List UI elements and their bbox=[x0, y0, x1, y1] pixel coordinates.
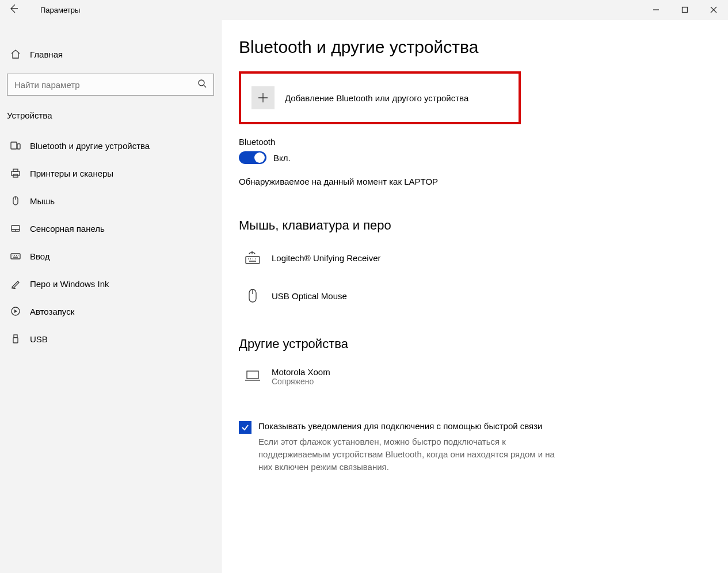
sidebar-item-touchpad[interactable]: Сенсорная панель bbox=[0, 215, 221, 242]
sidebar-item-pen[interactable]: Перо и Windows Ink bbox=[0, 270, 221, 297]
keyboard-device-icon bbox=[242, 247, 264, 269]
pen-icon bbox=[9, 277, 22, 291]
plus-icon bbox=[251, 86, 275, 109]
svg-rect-13 bbox=[246, 257, 260, 263]
sidebar-item-label: Мышь bbox=[30, 196, 55, 206]
quick-pair-description: Если этот флажок установлен, можно быстр… bbox=[258, 436, 569, 473]
svg-rect-15 bbox=[247, 371, 258, 379]
sidebar-item-label: USB bbox=[30, 334, 48, 344]
mouse-device-icon bbox=[242, 285, 264, 307]
sidebar-item-mouse[interactable]: Мышь bbox=[0, 187, 221, 215]
add-device-label: Добавление Bluetooth или другого устройс… bbox=[285, 93, 468, 103]
window-title: Параметры bbox=[40, 6, 80, 14]
sidebar-item-label: Принтеры и сканеры bbox=[30, 169, 113, 178]
sidebar-home-label: Главная bbox=[30, 49, 63, 59]
minimize-button[interactable] bbox=[642, 6, 670, 15]
maximize-button[interactable] bbox=[670, 6, 699, 15]
device-row[interactable]: Motorola Xoom Сопряжено bbox=[239, 362, 705, 400]
svg-rect-11 bbox=[14, 335, 17, 338]
laptop-device-icon bbox=[242, 365, 264, 387]
sidebar-item-usb[interactable]: USB bbox=[0, 325, 221, 353]
svg-rect-9 bbox=[11, 254, 20, 259]
sidebar-item-bluetooth[interactable]: Bluetooth и другие устройства bbox=[0, 132, 221, 159]
device-name: Logitech® Unifying Receiver bbox=[272, 253, 380, 263]
search-input[interactable] bbox=[7, 80, 190, 90]
svg-rect-3 bbox=[17, 144, 20, 149]
sidebar-section: Устройства bbox=[0, 106, 221, 132]
device-row[interactable]: Logitech® Unifying Receiver bbox=[239, 243, 705, 281]
sidebar-item-label: Ввод bbox=[30, 251, 50, 261]
devices-icon bbox=[9, 139, 22, 152]
keyboard-icon bbox=[9, 249, 22, 263]
search-box[interactable] bbox=[7, 74, 214, 96]
svg-point-1 bbox=[199, 80, 204, 86]
titlebar: Параметры bbox=[0, 0, 728, 20]
svg-rect-5 bbox=[13, 169, 18, 171]
sidebar-item-autoplay[interactable]: Автозапуск bbox=[0, 297, 221, 325]
sidebar-item-label: Автозапуск bbox=[30, 307, 74, 316]
svg-rect-12 bbox=[13, 338, 18, 343]
svg-rect-4 bbox=[12, 171, 20, 175]
sidebar-item-printers[interactable]: Принтеры и сканеры bbox=[0, 159, 221, 187]
sidebar-item-label: Сенсорная панель bbox=[30, 224, 105, 234]
sidebar-home[interactable]: Главная bbox=[0, 40, 221, 68]
touchpad-icon bbox=[9, 221, 22, 235]
sidebar-item-label: Bluetooth и другие устройства bbox=[30, 141, 150, 151]
back-button[interactable] bbox=[0, 3, 26, 17]
page-title: Bluetooth и другие устройства bbox=[239, 37, 705, 57]
svg-rect-0 bbox=[683, 7, 688, 12]
device-name: USB Optical Mouse bbox=[272, 291, 347, 301]
bluetooth-state: Вкл. bbox=[273, 153, 291, 163]
quick-pair-checkbox[interactable] bbox=[239, 421, 251, 434]
search-icon bbox=[190, 79, 214, 90]
quick-pair-label: Показывать уведомления для подключения с… bbox=[258, 420, 552, 432]
printer-icon bbox=[9, 166, 22, 180]
add-device-button[interactable]: Добавление Bluetooth или другого устройс… bbox=[239, 71, 521, 124]
mouse-icon bbox=[9, 194, 22, 208]
device-name: Motorola Xoom bbox=[272, 367, 330, 377]
main-content: Bluetooth и другие устройства Добавление… bbox=[222, 20, 728, 573]
device-status: Сопряжено bbox=[272, 377, 330, 386]
usb-icon bbox=[9, 332, 22, 346]
group-mouse-keyboard: Мышь, клавиатура и перо bbox=[239, 218, 705, 233]
close-button[interactable] bbox=[699, 6, 728, 15]
device-row[interactable]: USB Optical Mouse bbox=[239, 281, 705, 319]
svg-rect-2 bbox=[11, 142, 17, 149]
bluetooth-label: Bluetooth bbox=[239, 137, 705, 147]
group-other-devices: Другие устройства bbox=[239, 337, 705, 352]
discoverable-text: Обнаруживаемое на данный момент как LAPT… bbox=[239, 177, 705, 186]
autoplay-icon bbox=[9, 304, 22, 318]
sidebar: Главная Устройства Bluetooth и другие ус… bbox=[0, 20, 222, 573]
sidebar-item-label: Перо и Windows Ink bbox=[30, 279, 109, 289]
home-icon bbox=[9, 47, 22, 61]
sidebar-item-typing[interactable]: Ввод bbox=[0, 242, 221, 270]
bluetooth-toggle[interactable] bbox=[239, 151, 266, 164]
